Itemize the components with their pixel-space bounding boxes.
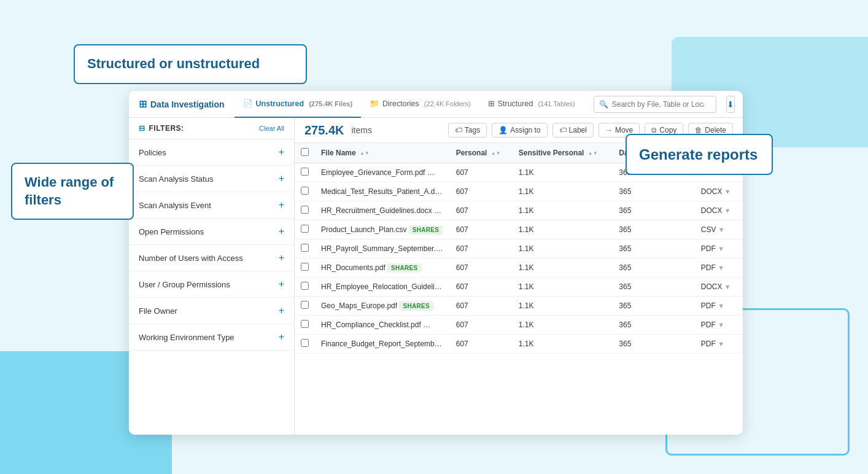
sort-filename-icon[interactable]: ▲▼ xyxy=(360,151,370,156)
row-filetype-2: DOCX ▼ xyxy=(695,201,743,220)
filter-item-6[interactable]: File Owner + xyxy=(129,298,294,324)
row-check-9[interactable] xyxy=(295,335,315,354)
filter-item-5[interactable]: User / Group Permissions + xyxy=(129,271,294,298)
row-expand-8[interactable]: ▼ xyxy=(718,321,724,328)
row-filetype-3: CSV ▼ xyxy=(695,220,743,239)
row-sensitive-3: 1.1K xyxy=(513,220,613,239)
row-subjects-4: 365 xyxy=(613,239,695,258)
tab-structured[interactable]: ⊞ Structured (141 Tables) xyxy=(479,91,584,118)
row-expand-1[interactable]: ▼ xyxy=(724,188,731,195)
row-expand-3[interactable]: ▼ xyxy=(718,226,725,233)
row-expand-4[interactable]: ▼ xyxy=(718,245,724,252)
table-row: HR_Recruitment_Guidelines.docx SHARES 60… xyxy=(295,201,743,220)
delete-label: Delete xyxy=(705,126,726,134)
row-checkbox-7[interactable] xyxy=(301,301,309,309)
row-check-6[interactable] xyxy=(295,278,315,297)
row-sensitive-5: 1.1K xyxy=(513,258,613,278)
row-filetype-5: PDF ▼ xyxy=(695,258,743,278)
copy-label: Copy xyxy=(659,126,676,134)
row-expand-2[interactable]: ▼ xyxy=(724,207,731,214)
row-personal-3: 607 xyxy=(450,220,513,239)
th-sensitive: Sensitive Personal ▲▼ xyxy=(513,143,613,163)
delete-icon: 🗑 xyxy=(695,126,702,134)
tab-unstructured[interactable]: 📄 Unstructured (275.4K Files) xyxy=(234,91,361,118)
filters-title: ⊟ FILTERS: xyxy=(139,124,184,133)
filter-plus-2[interactable]: + xyxy=(279,200,284,211)
row-tag-5: SHARES xyxy=(387,263,421,273)
tab-structured-icon: ⊞ xyxy=(488,99,495,108)
callout-structured-text: Structured or unstructured xyxy=(87,56,260,71)
row-filename-5: HR_Documents.pdf SHARES xyxy=(315,258,450,278)
filter-item-7[interactable]: Working Environment Type + xyxy=(129,324,294,351)
row-filename-8: HR_Compliance_Checklist.pdf CVO xyxy=(315,316,450,335)
row-checkbox-4[interactable] xyxy=(301,244,309,252)
row-checkbox-2[interactable] xyxy=(301,206,309,214)
row-expand-5[interactable]: ▼ xyxy=(718,264,724,271)
tags-button[interactable]: 🏷 Tags xyxy=(448,123,487,138)
row-check-2[interactable] xyxy=(295,201,315,220)
search-icon: 🔍 xyxy=(599,100,608,109)
table-row: HR_Compliance_Checklist.pdf CVO 607 1.1K… xyxy=(295,316,743,335)
select-all-checkbox[interactable] xyxy=(301,148,309,156)
row-checkbox-9[interactable] xyxy=(301,339,309,347)
row-check-3[interactable] xyxy=(295,220,315,239)
row-subjects-3: 365 xyxy=(613,220,695,239)
filter-plus-3[interactable]: + xyxy=(279,226,284,237)
table-row: HR_Payroll_Summary_September.pdf SHARES … xyxy=(295,239,743,258)
filters-title-text: FILTERS: xyxy=(149,124,184,133)
filter-label-3: Open Permissions xyxy=(139,227,204,236)
row-checkbox-0[interactable] xyxy=(301,168,309,176)
filter-plus-0[interactable]: + xyxy=(279,147,284,158)
row-check-0[interactable] xyxy=(295,163,315,182)
filter-item-2[interactable]: Scan Analysis Event + xyxy=(129,192,294,219)
filter-plus-1[interactable]: + xyxy=(279,173,284,184)
filter-item-1[interactable]: Scan Analysis Status + xyxy=(129,166,294,192)
table-body: Employee_Grievance_Form.pdf CVO 607 1.1K… xyxy=(295,163,743,354)
row-checkbox-6[interactable] xyxy=(301,282,309,290)
label-button[interactable]: 🏷 Label xyxy=(552,123,594,138)
row-checkbox-8[interactable] xyxy=(301,320,309,328)
callout-reports-text: Generate reports xyxy=(639,146,758,163)
table-row: Geo_Maps_Europe.pdf SHARES 607 1.1K 365 … xyxy=(295,297,743,316)
download-button[interactable]: ⬇ xyxy=(726,96,735,113)
row-filename-6: HR_Employee_Relocation_Guidelines.d... C… xyxy=(315,278,450,297)
row-check-5[interactable] xyxy=(295,258,315,278)
tab-nav: 📄 Unstructured (275.4K Files) 📁 Director… xyxy=(234,91,584,118)
move-label: Move xyxy=(615,126,633,134)
clear-all-button[interactable]: Clear All xyxy=(259,125,284,132)
sort-sensitive-icon[interactable]: ▲▼ xyxy=(588,151,598,156)
row-sensitive-7: 1.1K xyxy=(513,297,613,316)
row-check-7[interactable] xyxy=(295,297,315,316)
row-filename-3: Product_Launch_Plan.csv SHARES xyxy=(315,220,450,239)
filter-item-4[interactable]: Number of Users with Access + xyxy=(129,245,294,271)
search-input[interactable] xyxy=(612,100,704,109)
row-expand-6[interactable]: ▼ xyxy=(724,283,731,290)
sort-personal-icon[interactable]: ▲▼ xyxy=(491,151,501,156)
filter-plus-5[interactable]: + xyxy=(279,279,284,290)
table-row: HR_Employee_Relocation_Guidelines.d... C… xyxy=(295,278,743,297)
filter-label-4: Number of Users with Access xyxy=(139,254,243,263)
row-check-1[interactable] xyxy=(295,182,315,201)
tab-directories[interactable]: 📁 Directories (22.4K Folders) xyxy=(361,91,479,118)
row-expand-9[interactable]: ▼ xyxy=(718,340,724,348)
row-checkbox-5[interactable] xyxy=(301,263,309,271)
row-subjects-5: 365 xyxy=(613,258,695,278)
row-filename-4: HR_Payroll_Summary_September.pdf SHARES xyxy=(315,239,450,258)
row-checkbox-1[interactable] xyxy=(301,187,309,195)
filter-plus-4[interactable]: + xyxy=(279,252,284,263)
row-check-4[interactable] xyxy=(295,239,315,258)
search-box[interactable]: 🔍 xyxy=(594,96,716,113)
filter-item-0[interactable]: Policies + xyxy=(129,139,294,166)
row-check-8[interactable] xyxy=(295,316,315,335)
assign-button[interactable]: 👤 Assign to xyxy=(492,123,547,138)
filter-plus-6[interactable]: + xyxy=(279,305,284,316)
row-expand-7[interactable]: ▼ xyxy=(718,302,724,309)
row-checkbox-3[interactable] xyxy=(301,225,309,233)
row-sensitive-4: 1.1K xyxy=(513,239,613,258)
filter-label-7: Working Environment Type xyxy=(139,333,234,342)
filter-item-3[interactable]: Open Permissions + xyxy=(129,219,294,245)
row-filename-2: HR_Recruitment_Guidelines.docx SHARES xyxy=(315,201,450,220)
filter-plus-7[interactable]: + xyxy=(279,332,284,343)
row-subjects-7: 365 xyxy=(613,297,695,316)
row-filename-7: Geo_Maps_Europe.pdf SHARES xyxy=(315,297,450,316)
